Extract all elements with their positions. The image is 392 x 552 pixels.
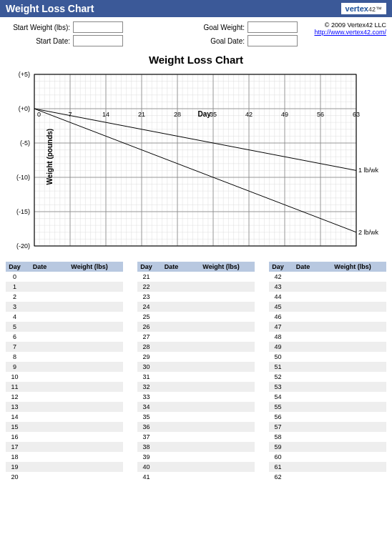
cell-weight[interactable] <box>319 282 386 292</box>
cell-date[interactable] <box>287 432 319 442</box>
cell-date[interactable] <box>155 472 187 482</box>
cell-weight[interactable] <box>319 462 386 472</box>
cell-weight[interactable] <box>56 372 123 382</box>
cell-date[interactable] <box>155 302 187 312</box>
cell-weight[interactable] <box>56 292 123 302</box>
cell-date[interactable] <box>287 302 319 312</box>
cell-weight[interactable] <box>319 302 386 312</box>
start-date-input[interactable] <box>73 35 123 46</box>
cell-weight[interactable] <box>319 292 386 302</box>
cell-date[interactable] <box>24 322 56 332</box>
cell-weight[interactable] <box>56 332 123 342</box>
cell-date[interactable] <box>287 452 319 462</box>
cell-date[interactable] <box>287 412 319 422</box>
cell-weight[interactable] <box>187 352 255 362</box>
cell-weight[interactable] <box>56 412 123 422</box>
cell-weight[interactable] <box>187 462 255 472</box>
goal-weight-input[interactable] <box>248 21 298 33</box>
cell-weight[interactable] <box>187 402 255 412</box>
cell-weight[interactable] <box>187 272 255 282</box>
cell-weight[interactable] <box>187 342 255 352</box>
cell-weight[interactable] <box>56 322 123 332</box>
cell-date[interactable] <box>24 302 56 312</box>
cell-date[interactable] <box>155 342 187 352</box>
cell-date[interactable] <box>287 352 319 362</box>
cell-date[interactable] <box>24 282 56 292</box>
cell-date[interactable] <box>155 432 187 442</box>
cell-weight[interactable] <box>56 282 123 292</box>
cell-weight[interactable] <box>319 382 386 392</box>
cell-weight[interactable] <box>56 382 123 392</box>
cell-date[interactable] <box>155 272 187 282</box>
cell-weight[interactable] <box>319 272 386 282</box>
cell-date[interactable] <box>155 442 187 452</box>
cell-weight[interactable] <box>187 292 255 302</box>
cell-date[interactable] <box>287 272 319 282</box>
cell-date[interactable] <box>24 272 56 282</box>
cell-date[interactable] <box>287 312 319 322</box>
cell-weight[interactable] <box>187 392 255 402</box>
cell-weight[interactable] <box>187 412 255 422</box>
cell-date[interactable] <box>155 402 187 412</box>
cell-date[interactable] <box>155 372 187 382</box>
cell-weight[interactable] <box>56 452 123 462</box>
cell-weight[interactable] <box>187 472 255 482</box>
cell-date[interactable] <box>24 352 56 362</box>
cell-weight[interactable] <box>319 332 386 342</box>
vertex42-link[interactable]: http://www.vertex42.com/ <box>314 29 386 36</box>
cell-date[interactable] <box>287 402 319 412</box>
cell-date[interactable] <box>24 342 56 352</box>
cell-weight[interactable] <box>319 322 386 332</box>
cell-date[interactable] <box>287 332 319 342</box>
cell-date[interactable] <box>24 462 56 472</box>
cell-weight[interactable] <box>187 302 255 312</box>
cell-weight[interactable] <box>187 452 255 462</box>
cell-weight[interactable] <box>56 472 123 482</box>
cell-date[interactable] <box>155 412 187 422</box>
cell-date[interactable] <box>287 462 319 472</box>
cell-weight[interactable] <box>56 442 123 452</box>
cell-date[interactable] <box>24 402 56 412</box>
cell-weight[interactable] <box>319 412 386 422</box>
cell-weight[interactable] <box>187 322 255 332</box>
cell-date[interactable] <box>155 382 187 392</box>
cell-weight[interactable] <box>319 422 386 432</box>
cell-date[interactable] <box>287 322 319 332</box>
cell-weight[interactable] <box>319 442 386 452</box>
cell-date[interactable] <box>24 312 56 322</box>
cell-weight[interactable] <box>56 352 123 362</box>
cell-date[interactable] <box>24 392 56 402</box>
cell-weight[interactable] <box>319 372 386 382</box>
cell-date[interactable] <box>24 422 56 432</box>
cell-date[interactable] <box>155 292 187 302</box>
cell-weight[interactable] <box>319 342 386 352</box>
cell-date[interactable] <box>155 462 187 472</box>
cell-weight[interactable] <box>56 392 123 402</box>
cell-date[interactable] <box>155 362 187 372</box>
cell-weight[interactable] <box>319 352 386 362</box>
start-weight-input[interactable] <box>73 21 123 33</box>
cell-weight[interactable] <box>56 402 123 412</box>
cell-date[interactable] <box>155 332 187 342</box>
cell-weight[interactable] <box>187 332 255 342</box>
cell-weight[interactable] <box>187 442 255 452</box>
cell-date[interactable] <box>287 282 319 292</box>
cell-date[interactable] <box>24 472 56 482</box>
cell-date[interactable] <box>287 372 319 382</box>
cell-weight[interactable] <box>187 422 255 432</box>
goal-date-input[interactable] <box>248 35 298 46</box>
cell-weight[interactable] <box>56 432 123 442</box>
cell-date[interactable] <box>24 372 56 382</box>
cell-date[interactable] <box>24 382 56 392</box>
cell-weight[interactable] <box>56 302 123 312</box>
cell-date[interactable] <box>287 382 319 392</box>
cell-date[interactable] <box>24 442 56 452</box>
cell-weight[interactable] <box>187 432 255 442</box>
cell-date[interactable] <box>287 292 319 302</box>
cell-date[interactable] <box>155 322 187 332</box>
cell-date[interactable] <box>287 392 319 402</box>
cell-weight[interactable] <box>319 362 386 372</box>
cell-weight[interactable] <box>187 372 255 382</box>
cell-date[interactable] <box>155 352 187 362</box>
cell-weight[interactable] <box>319 452 386 462</box>
